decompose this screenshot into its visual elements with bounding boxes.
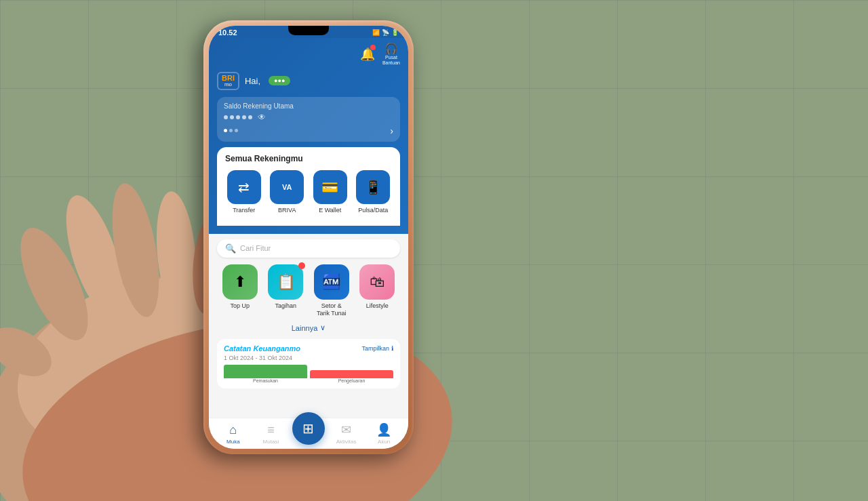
bottom-nav: ⌂ Muka ≡ Mutasi ⊞ ✉ [209, 418, 408, 449]
catatan-title: Catatan Keuanganmo [224, 344, 300, 353]
setor-label: Setor &Tarik Tunai [317, 302, 347, 318]
atm-icon: 🏧 [322, 273, 340, 291]
ewallet-label: E Wallet [319, 207, 341, 214]
search-icon: 🔍 [225, 243, 236, 254]
transfer-icon-btn: ⇄ [227, 170, 261, 204]
pulsa-action[interactable]: 📱 Pulsa/Data [355, 170, 393, 214]
ewallet-icon-btn: 💳 [313, 170, 347, 204]
headset-icon: 🎧 [384, 42, 398, 55]
status-bar: 10.52 📶 📡 🔋 [209, 26, 408, 38]
pusat-bantuan-button[interactable]: 🎧 PusatBantuan [382, 42, 400, 66]
transfer-action[interactable]: ⇄ Transfer [225, 170, 263, 214]
search-placeholder-text: Cari Fitur [240, 244, 271, 252]
nav-akun[interactable]: 👤 Akun [365, 422, 403, 445]
status-icons: 📶 📡 🔋 [372, 29, 399, 36]
nav-qr[interactable]: ⊞ [290, 423, 328, 445]
saldo-row: 👁 [224, 113, 393, 122]
topup-icon-box: ⬆ [222, 264, 258, 300]
tagihan-icon-box: 📋 [268, 264, 303, 300]
features-row: ⬆ Top Up 📋 Tagihan [217, 264, 400, 318]
lifestyle-label: Lifestyle [366, 302, 389, 310]
phone-screen: 10.52 📶 📡 🔋 🔔 [209, 26, 408, 449]
lainnya-text: Lainnya [292, 324, 318, 332]
pusat-bantuan-label: PusatBantuan [382, 55, 400, 66]
notification-button[interactable]: 🔔 [358, 45, 377, 64]
info-icon: ℹ [391, 345, 393, 352]
expense-bar [310, 370, 393, 378]
eye-icon[interactable]: 👁 [258, 113, 266, 122]
catatan-date: 1 Okt 2024 - 31 Okt 2024 [224, 355, 393, 361]
bri-greeting: BRI mo Hai, ●●● [217, 72, 400, 90]
phone-device: 10.52 📶 📡 🔋 🔔 [203, 20, 414, 454]
income-bar [224, 365, 307, 378]
catatan-chart: Pemasukan Pengeluaran [224, 365, 393, 383]
phone-case: 10.52 📶 📡 🔋 🔔 [203, 20, 414, 454]
topup-feature[interactable]: ⬆ Top Up [222, 264, 258, 318]
qr-button[interactable]: ⊞ [292, 412, 325, 445]
saldo-label: Saldo Rekening Utama [224, 102, 393, 110]
battery-icon: 🔋 [391, 29, 399, 36]
status-time: 10.52 [218, 28, 237, 37]
lifestyle-icon: 🛍 [370, 273, 384, 291]
briva-icon-btn: VA [270, 170, 304, 204]
tampilkan-button[interactable]: Tampilkan ℹ [361, 345, 393, 352]
greeting-badge: ●●● [269, 76, 290, 85]
greeting-text: Hai, [245, 76, 260, 86]
tagihan-badge [298, 262, 305, 269]
saldo-hidden-amount [224, 115, 252, 119]
pemasukan-label: Pemasukan [253, 378, 278, 383]
saldo-nav: › [224, 125, 393, 136]
topup-label: Top Up [230, 302, 250, 310]
briva-label: BRIVA [278, 207, 296, 214]
ewallet-action[interactable]: 💳 E Wallet [311, 170, 349, 214]
rekening-section: Semua Rekeningmu ⇄ Transfer VA BRIVA [217, 147, 400, 226]
transfer-label: Transfer [233, 207, 255, 214]
tagihan-label: Tagihan [275, 302, 296, 310]
app-header: 🔔 🎧 PusatBantuan BRI mo [209, 38, 408, 234]
nav-akun-label: Akun [378, 439, 390, 445]
setor-feature[interactable]: 🏧 Setor &Tarik Tunai [314, 264, 349, 318]
chevron-right-icon[interactable]: › [390, 125, 393, 136]
tagihan-feature[interactable]: 📋 Tagihan [268, 264, 303, 318]
saldo-card[interactable]: Saldo Rekening Utama 👁 [217, 97, 400, 142]
aktivitas-icon: ✉ [341, 422, 351, 437]
rekening-title: Semua Rekeningmu [225, 154, 392, 163]
qr-icon: ⊞ [302, 420, 314, 437]
wifi-icon: 📶 [372, 29, 380, 36]
lifestyle-icon-box: 🛍 [359, 264, 395, 300]
topup-icon: ⬆ [234, 273, 246, 291]
lifestyle-feature[interactable]: 🛍 Lifestyle [359, 264, 395, 318]
catatan-section: Catatan Keuanganmo Tampilkan ℹ 1 Okt 202… [217, 339, 400, 388]
pulsa-label: Pulsa/Data [358, 207, 388, 214]
mutasi-icon: ≡ [267, 423, 275, 437]
setor-icon-box: 🏧 [314, 264, 349, 300]
search-bar[interactable]: 🔍 Cari Fitur [217, 239, 400, 258]
content-area: 🔍 Cari Fitur ⬆ Top Up [209, 234, 408, 418]
catatan-title-suffix: mo [290, 344, 301, 353]
chevron-down-icon: ∨ [320, 323, 326, 332]
briva-action[interactable]: VA BRIVA [269, 170, 307, 214]
tagihan-icon: 📋 [277, 273, 295, 291]
mo-text: mo [224, 82, 232, 87]
home-icon: ⌂ [229, 423, 237, 437]
nav-home-label: Muka [226, 439, 240, 445]
quick-actions: ⇄ Transfer VA BRIVA 💳 E Wallet [225, 170, 392, 214]
catatan-header: Catatan Keuanganmo Tampilkan ℹ [224, 344, 393, 353]
nav-mutasi[interactable]: ≡ Mutasi [252, 423, 290, 445]
akun-icon: 👤 [376, 422, 391, 437]
nav-aktivitas[interactable]: ✉ Aktivitas [328, 422, 366, 445]
nav-aktivitas-label: Aktivitas [336, 439, 357, 445]
lainnya-row[interactable]: Lainnya ∨ [217, 323, 400, 332]
nav-home[interactable]: ⌂ Muka [214, 423, 252, 445]
notification-badge [370, 45, 376, 50]
header-top: 🔔 🎧 PusatBantuan [217, 42, 400, 66]
pengeluaran-label: Pengeluaran [338, 378, 366, 383]
nav-mutasi-label: Mutasi [263, 439, 279, 445]
bri-logo: BRI mo [217, 72, 239, 90]
pulsa-icon-btn: 📱 [356, 170, 390, 204]
signal-icon: 📡 [382, 29, 389, 36]
